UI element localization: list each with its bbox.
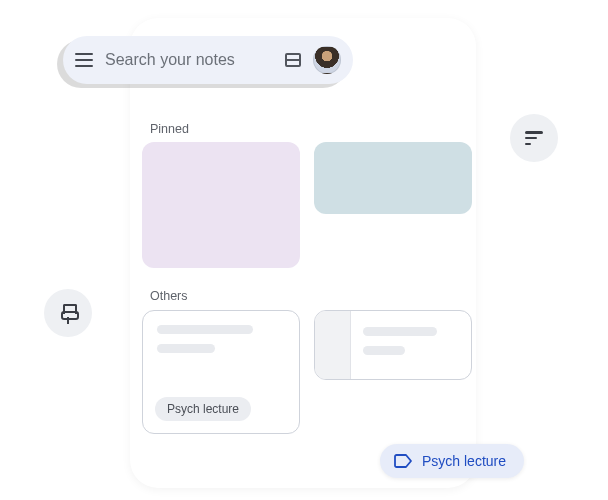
section-header-pinned: Pinned [150,122,189,136]
note-text-placeholder [157,325,253,334]
note-label-chip[interactable]: Psych lecture [155,397,251,421]
note-thumbnail [315,311,351,379]
sort-icon [525,131,543,145]
user-avatar[interactable] [313,46,341,74]
pin-icon [61,304,75,322]
search-input[interactable]: Search your notes [105,51,273,69]
pinned-note[interactable] [314,142,472,214]
note-card[interactable]: Psych lecture [142,310,300,434]
note-text-placeholder [363,346,405,355]
active-label-pill[interactable]: Psych lecture [380,444,524,478]
menu-icon[interactable] [75,53,93,67]
sort-chip[interactable] [510,114,558,162]
others-notes-row: Psych lecture [142,310,472,434]
note-card[interactable] [314,310,472,380]
label-outline-icon [394,454,412,468]
section-header-others: Others [150,289,188,303]
search-bar[interactable]: Search your notes [63,36,353,84]
pinned-notes-row [142,142,472,268]
pinned-note[interactable] [142,142,300,268]
layout-toggle-icon[interactable] [285,53,301,67]
pin-chip[interactable] [44,289,92,337]
note-text-placeholder [157,344,215,353]
note-text-placeholder [363,327,437,336]
active-label-text: Psych lecture [422,453,506,469]
